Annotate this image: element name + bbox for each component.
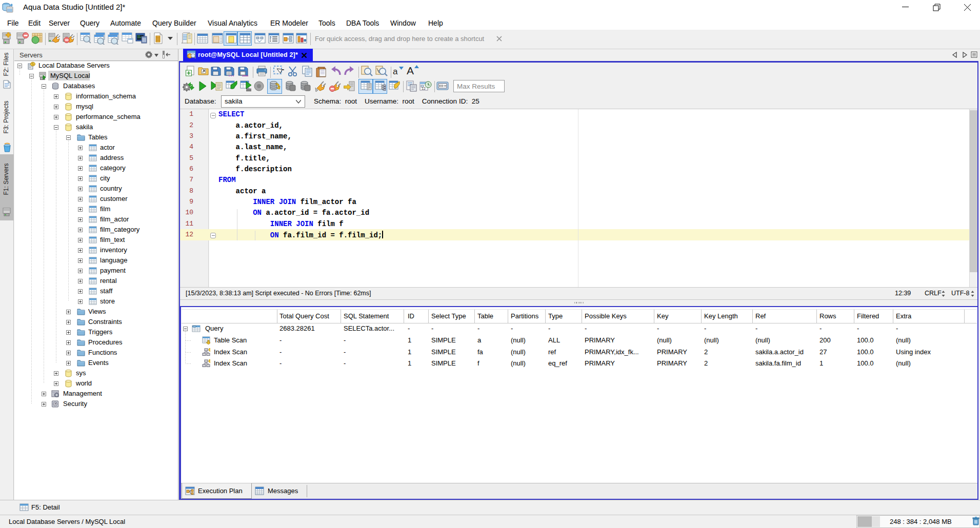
svg-text:12: 12 bbox=[422, 87, 426, 90]
